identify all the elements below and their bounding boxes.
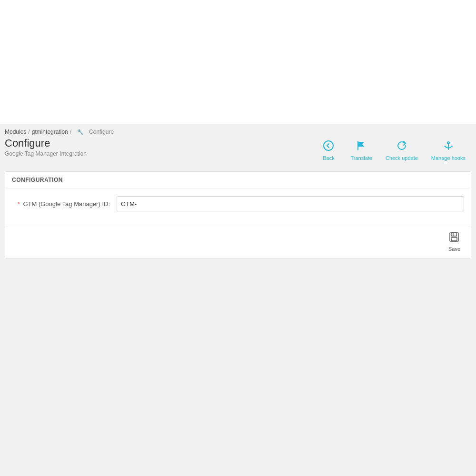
svg-rect-6 xyxy=(452,233,456,236)
check-update-button[interactable]: Check update xyxy=(380,137,424,164)
breadcrumb-sep-1: / xyxy=(28,129,30,135)
save-button[interactable]: Save xyxy=(445,230,464,254)
translate-icon xyxy=(356,140,367,153)
configuration-card-header: CONFIGURATION xyxy=(5,172,471,188)
top-whitespace xyxy=(0,0,476,124)
back-label: Back xyxy=(323,155,334,161)
breadcrumb: Modules / gtmintegration / 🔧 Configure xyxy=(5,124,471,137)
anchor-icon xyxy=(443,140,454,153)
gtm-id-label-text: GTM (Google Tag Manager) ID: xyxy=(23,200,110,208)
gtm-id-input[interactable] xyxy=(117,196,464,211)
breadcrumb-configure-label: Configure xyxy=(89,129,114,135)
page-subtitle: Google Tag Manager Integration xyxy=(5,150,87,157)
save-icon xyxy=(449,232,459,245)
breadcrumb-sep-2: / xyxy=(70,129,71,135)
page-title-block: Configure Google Tag Manager Integration xyxy=(5,137,87,157)
back-button[interactable]: Back xyxy=(314,137,343,164)
breadcrumb-gtmintegration[interactable]: gtmintegration xyxy=(32,129,68,135)
breadcrumb-modules[interactable]: Modules xyxy=(5,129,26,135)
manage-hooks-button[interactable]: Manage hooks xyxy=(426,137,471,164)
gtm-id-label: * GTM (Google Tag Manager) ID: xyxy=(12,200,117,208)
check-update-label: Check update xyxy=(386,155,418,161)
configuration-card: CONFIGURATION * GTM (Google Tag Manager)… xyxy=(5,171,471,259)
page-wrapper: Modules / gtmintegration / 🔧 Configure C… xyxy=(0,124,476,273)
svg-rect-7 xyxy=(451,238,457,241)
toolbar: Back Translate xyxy=(314,137,471,164)
breadcrumb-current: 🔧 Configure xyxy=(75,129,116,135)
back-icon xyxy=(323,140,334,153)
required-star: * xyxy=(18,200,20,208)
save-label: Save xyxy=(448,246,460,252)
manage-hooks-label: Manage hooks xyxy=(431,155,466,161)
refresh-icon xyxy=(396,140,407,153)
header-row: Configure Google Tag Manager Integration… xyxy=(5,137,471,164)
configuration-card-footer: Save xyxy=(5,225,471,258)
translate-button[interactable]: Translate xyxy=(345,137,377,164)
svg-point-0 xyxy=(324,141,333,150)
configure-icon: 🔧 xyxy=(77,129,84,135)
translate-label: Translate xyxy=(350,155,372,161)
gtm-id-form-group: * GTM (Google Tag Manager) ID: xyxy=(12,196,464,211)
page-title: Configure xyxy=(5,137,87,149)
configuration-card-body: * GTM (Google Tag Manager) ID: xyxy=(5,188,471,225)
